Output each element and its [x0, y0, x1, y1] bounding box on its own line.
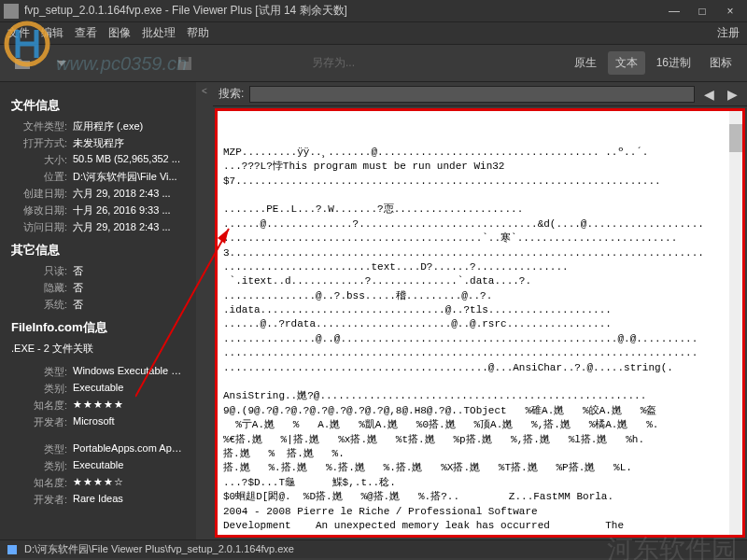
ficom2-value: ★★★★☆ — [73, 476, 185, 490]
toolbar: www.pc0359.cn 另存为... 原生 文本 16进制 图标 — [0, 45, 747, 82]
statusbar: D:\河东软件园\File Viewer Plus\fvp_setup_2.0.… — [0, 539, 747, 558]
otherinfo-value: 否 — [73, 281, 185, 295]
ficom1-value: Microsoft — [73, 415, 185, 429]
fileinfo-label: 打开方式: — [11, 136, 67, 150]
ficom1-row: 开发者:Microsoft — [11, 415, 185, 429]
sidebar: 文件信息 文件类型:应用程序 (.exe)打开方式:未发现程序大小:50.5 M… — [0, 82, 196, 539]
app-icon — [4, 4, 19, 19]
collapse-handle[interactable]: < — [202, 86, 207, 96]
fileinfo-label: 大小: — [11, 153, 67, 167]
fileinfodotcom-header: FileInfo.com信息 — [11, 319, 185, 336]
menu-help[interactable]: 帮助 — [187, 25, 209, 41]
fileinfo-label: 创建日期: — [11, 187, 67, 201]
ficom2-row: 类型:PortableApps.com App... — [11, 442, 185, 456]
menubar: 文件 编辑 查看 图像 批处理 帮助 注册 — [0, 22, 747, 45]
viewmode-text[interactable]: 文本 — [608, 51, 645, 75]
svg-rect-2 — [181, 57, 189, 62]
ficom1-value: ★★★★★ — [73, 399, 185, 413]
ficom2-label: 开发者: — [11, 493, 67, 507]
ficom2-label: 类型: — [11, 442, 67, 456]
otherinfo-row: 隐藏:否 — [11, 281, 185, 295]
ficom1-value: Windows Executable File — [73, 365, 185, 379]
viewmode-raw[interactable]: 原生 — [567, 51, 604, 75]
menu-view[interactable]: 查看 — [75, 25, 97, 41]
ficom2-row: 知名度:★★★★☆ — [11, 476, 185, 490]
ficom1-row: 类型:Windows Executable File — [11, 365, 185, 379]
otherinfo-header: 其它信息 — [11, 242, 185, 259]
fileinfo-value: 应用程序 (.exe) — [73, 119, 185, 133]
searchbar: 搜索: ◀ ▶ — [213, 82, 747, 106]
window-title: fvp_setup_2.0.1.164fvp.exe - File Viewer… — [24, 3, 661, 19]
search-input[interactable] — [249, 86, 695, 103]
fileinfo-row: 创建日期:六月 29, 2018 2:43 ... — [11, 187, 185, 201]
fileinfo-header: 文件信息 — [11, 97, 185, 114]
scrollbar[interactable] — [729, 111, 742, 535]
fileinfo-value: 未发现程序 — [73, 136, 185, 150]
search-label: 搜索: — [218, 86, 244, 102]
menu-file[interactable]: 文件 — [7, 25, 30, 41]
splitter[interactable]: < — [196, 82, 213, 539]
fileinfo-value: D:\河东软件园\File Vi... — [73, 170, 185, 184]
ficom1-value: Executable — [73, 382, 185, 396]
status-file-icon — [6, 543, 19, 556]
ficom2-label: 知名度: — [11, 476, 67, 490]
ficom2-row: 开发者:Rare Ideas — [11, 493, 185, 507]
dropdown-button[interactable] — [47, 49, 77, 78]
fileinfo-label: 修改日期: — [11, 203, 67, 217]
fileinfo-label: 访问日期: — [11, 220, 67, 234]
viewmode-icon[interactable]: 图标 — [702, 51, 740, 75]
menu-batch[interactable]: 批处理 — [142, 25, 176, 41]
exe-assoc-label: .EXE - 2 文件关联 — [11, 342, 185, 356]
otherinfo-value: 否 — [73, 298, 185, 312]
ficom2-value: Executable — [73, 459, 185, 473]
fileinfo-row: 访问日期:六月 29, 2018 2:43 ... — [11, 220, 185, 234]
fileinfo-row: 修改日期:十月 26, 2016 9:33 ... — [11, 203, 185, 217]
fileinfo-value: 50.5 MB (52,965,352 ... — [73, 153, 185, 167]
fileinfo-row: 位置:D:\河东软件园\File Vi... — [11, 170, 185, 184]
otherinfo-value: 否 — [73, 264, 185, 278]
menu-edit[interactable]: 编辑 — [41, 25, 63, 41]
menu-image[interactable]: 图像 — [108, 25, 131, 41]
save-button[interactable] — [170, 49, 200, 78]
menu-register[interactable]: 注册 — [717, 25, 740, 41]
scrollthumb[interactable] — [729, 124, 742, 152]
ficom1-row: 知名度:★★★★★ — [11, 399, 185, 413]
close-button[interactable]: × — [717, 3, 743, 20]
fileinfo-label: 位置: — [11, 170, 67, 184]
fileinfo-label: 文件类型: — [11, 119, 67, 133]
status-path: D:\河东软件园\File Viewer Plus\fvp_setup_2.0.… — [24, 542, 294, 556]
text-viewer[interactable]: MZP.........ÿÿ..¸.......@...............… — [215, 108, 745, 538]
fileinfo-row: 打开方式:未发现程序 — [11, 136, 185, 150]
open-button[interactable] — [7, 49, 37, 78]
otherinfo-label: 隐藏: — [11, 281, 67, 295]
ficom2-row: 类别:Executable — [11, 459, 185, 473]
otherinfo-row: 系统:否 — [11, 298, 185, 312]
fileinfo-value: 六月 29, 2018 2:43 ... — [73, 187, 185, 201]
titlebar: fvp_setup_2.0.1.164fvp.exe - File Viewer… — [0, 0, 747, 22]
fileinfo-value: 十月 26, 2016 9:33 ... — [73, 203, 185, 217]
ficom1-label: 知名度: — [11, 399, 67, 413]
otherinfo-label: 只读: — [11, 264, 67, 278]
fileinfo-row: 大小:50.5 MB (52,965,352 ... — [11, 153, 185, 167]
search-prev-button[interactable]: ◀ — [700, 87, 718, 102]
minimize-button[interactable]: — — [661, 3, 687, 20]
fileinfo-row: 文件类型:应用程序 (.exe) — [11, 119, 185, 133]
ficom2-value: Rare Ideas — [73, 493, 185, 507]
ficom2-label: 类别: — [11, 459, 67, 473]
fileinfo-value: 六月 29, 2018 2:43 ... — [73, 220, 185, 234]
ficom1-label: 类别: — [11, 382, 67, 396]
ficom2-value: PortableApps.com App... — [73, 442, 185, 456]
ficom1-row: 类别:Executable — [11, 382, 185, 396]
otherinfo-row: 只读:否 — [11, 264, 185, 278]
saveas-label[interactable]: 另存为... — [312, 55, 355, 71]
otherinfo-label: 系统: — [11, 298, 67, 312]
search-next-button[interactable]: ▶ — [724, 87, 741, 102]
ficom1-label: 开发者: — [11, 415, 67, 429]
ficom1-label: 类型: — [11, 365, 67, 379]
maximize-button[interactable]: □ — [689, 3, 715, 20]
viewmode-hex[interactable]: 16进制 — [649, 51, 698, 75]
svg-rect-3 — [7, 545, 17, 554]
